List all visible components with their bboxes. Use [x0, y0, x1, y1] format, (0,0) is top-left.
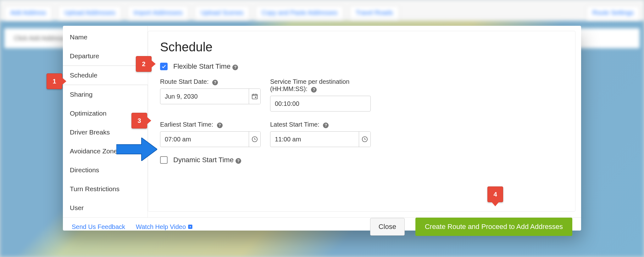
- toolbar-upload-scenes[interactable]: Upload Scenes: [195, 6, 249, 20]
- sidebar-item-schedule[interactable]: Schedule: [63, 66, 148, 85]
- flexible-start-label: Flexible Start Time?: [173, 62, 238, 71]
- latest-time-field: Latest Start Time: ?: [270, 121, 371, 147]
- modal-footer: Send Us Feedback Watch Help Video Close …: [63, 218, 581, 236]
- calendar-icon[interactable]: [249, 89, 260, 104]
- callout-4: 4: [487, 186, 503, 202]
- start-date-input[interactable]: [160, 89, 249, 104]
- sidebar-item-turn-restrictions[interactable]: Turn Restrictions: [63, 180, 147, 198]
- clock-icon[interactable]: [249, 132, 260, 147]
- pointer-arrow-icon: [116, 138, 157, 161]
- main-toolbar: Add Address Upload Addresses Import Addr…: [4, 4, 640, 21]
- help-icon[interactable]: ?: [217, 123, 223, 128]
- help-icon[interactable]: ?: [236, 158, 241, 164]
- toolbar-route-settings[interactable]: Route Settings: [586, 6, 640, 20]
- flexible-start-checkbox[interactable]: [160, 63, 168, 70]
- help-icon[interactable]: ?: [323, 123, 329, 128]
- svg-rect-1: [255, 97, 256, 98]
- earliest-time-input[interactable]: [160, 132, 249, 147]
- sidebar-item-user[interactable]: User: [63, 198, 147, 217]
- sidebar-item-directions[interactable]: Directions: [63, 161, 147, 180]
- toolbar-copy-paste[interactable]: Copy and Paste Addresses: [256, 6, 343, 20]
- earliest-time-label: Earliest Start Time: ?: [160, 121, 261, 128]
- dynamic-start-label: Dynamic Start Time?: [173, 156, 241, 164]
- help-icon[interactable]: ?: [232, 65, 238, 70]
- toolbar-import-addresses[interactable]: Import Addresses: [128, 6, 189, 20]
- service-time-input[interactable]: [270, 96, 370, 111]
- latest-time-label: Latest Start Time: ?: [270, 121, 371, 128]
- send-feedback-link[interactable]: Send Us Feedback: [72, 223, 125, 231]
- earliest-time-field: Earliest Start Time: ?: [160, 121, 261, 147]
- toolbar-add-address[interactable]: Add Address: [4, 6, 52, 20]
- schedule-pane: Schedule Flexible Start Time? Route Star…: [148, 31, 575, 212]
- svg-rect-0: [252, 94, 258, 99]
- callout-3: 3: [131, 113, 147, 128]
- service-time-label: Service Time per destination (HH:MM:SS):…: [270, 78, 371, 93]
- sidebar-item-name[interactable]: Name: [63, 28, 147, 47]
- sidebar-item-departure[interactable]: Departure: [63, 47, 147, 66]
- callout-2: 2: [136, 56, 152, 72]
- play-icon: [188, 224, 193, 229]
- toolbar-travel-roads[interactable]: Travel Roads: [350, 6, 399, 20]
- dynamic-start-checkbox[interactable]: [160, 156, 168, 164]
- start-date-field: Route Start Date: ?: [160, 78, 261, 111]
- pane-title: Schedule: [160, 40, 563, 54]
- start-date-label: Route Start Date: ?: [160, 78, 261, 85]
- sidebar-item-sharing[interactable]: Sharing: [63, 85, 147, 104]
- service-time-field: Service Time per destination (HH:MM:SS):…: [270, 78, 371, 111]
- create-route-button[interactable]: Create Route and Proceed to Add Addresse…: [415, 218, 572, 236]
- toolbar-upload-addresses[interactable]: Upload Addresses: [58, 6, 121, 20]
- help-icon[interactable]: ?: [311, 87, 317, 93]
- help-icon[interactable]: ?: [212, 80, 218, 85]
- check-icon: [161, 64, 166, 69]
- latest-time-input[interactable]: [270, 132, 359, 147]
- callout-1: 1: [47, 73, 62, 89]
- clock-icon[interactable]: [359, 132, 370, 147]
- watch-help-video-link[interactable]: Watch Help Video: [136, 223, 193, 231]
- close-button[interactable]: Close: [370, 218, 405, 236]
